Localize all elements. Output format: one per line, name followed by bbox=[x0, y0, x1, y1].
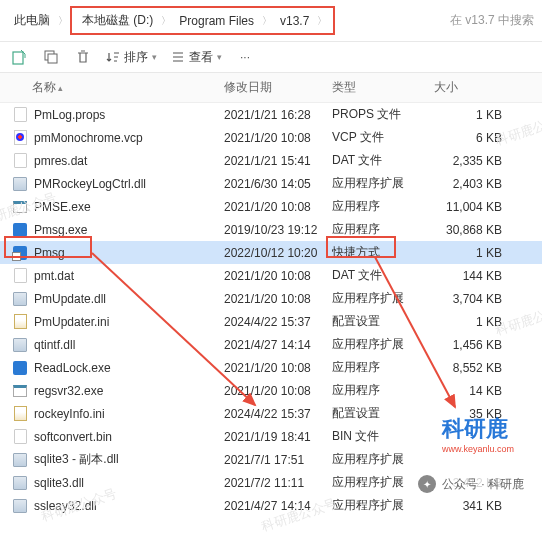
file-type: PROPS 文件 bbox=[332, 106, 434, 123]
file-name: PmUpdater.ini bbox=[34, 315, 109, 329]
file-row[interactable]: PmUpdater.ini2024/4/22 15:37配置设置1 KB bbox=[0, 310, 542, 333]
file-icon bbox=[12, 176, 28, 192]
file-size: 144 KB bbox=[434, 269, 520, 283]
file-size: 6 KB bbox=[434, 131, 520, 145]
column-type[interactable]: 类型 bbox=[332, 79, 434, 96]
file-row[interactable]: PMSE.exe2021/1/20 10:08应用程序11,004 KB bbox=[0, 195, 542, 218]
file-date: 2021/1/20 10:08 bbox=[224, 269, 332, 283]
file-date: 2024/4/22 15:37 bbox=[224, 407, 332, 421]
file-name: pmt.dat bbox=[34, 269, 74, 283]
file-date: 2021/1/20 10:08 bbox=[224, 361, 332, 375]
file-row[interactable]: ssleay32.dll2021/4/27 14:14应用程序扩展341 KB bbox=[0, 494, 542, 517]
file-row[interactable]: PMRockeyLogCtrl.dll2021/6/30 14:05应用程序扩展… bbox=[0, 172, 542, 195]
file-icon bbox=[12, 406, 28, 422]
file-icon bbox=[12, 383, 28, 399]
file-row[interactable]: PmUpdate.dll2021/1/20 10:08应用程序扩展3,704 K… bbox=[0, 287, 542, 310]
column-date[interactable]: 修改日期 bbox=[224, 79, 332, 96]
sort-button[interactable]: 排序 ▾ bbox=[106, 49, 157, 66]
toolbar: 排序 ▾ 查看 ▾ ··· bbox=[0, 42, 542, 73]
file-size: 11,004 KB bbox=[434, 200, 520, 214]
file-type: 应用程序 bbox=[332, 359, 434, 376]
file-icon bbox=[12, 429, 28, 445]
sort-asc-icon: ▴ bbox=[58, 83, 63, 93]
file-icon bbox=[12, 268, 28, 284]
breadcrumb-item[interactable]: 本地磁盘 (D:) bbox=[76, 10, 159, 31]
file-name: sqlite3.dll bbox=[34, 476, 84, 490]
file-row[interactable]: pmMonochrome.vcp2021/1/20 10:08VCP 文件6 K… bbox=[0, 126, 542, 149]
file-type: 配置设置 bbox=[332, 313, 434, 330]
file-name: ssleay32.dll bbox=[34, 499, 97, 513]
delete-icon[interactable] bbox=[74, 48, 92, 66]
file-size: 1 KB bbox=[434, 315, 520, 329]
file-icon bbox=[12, 498, 28, 514]
file-row[interactable]: rockeyInfo.ini2024/4/22 15:37配置设置35 KB bbox=[0, 402, 542, 425]
file-icon bbox=[12, 337, 28, 353]
breadcrumb-highlight: 本地磁盘 (D:) 〉 Program Files 〉 v13.7 〉 bbox=[70, 6, 335, 35]
file-name: PMSE.exe bbox=[34, 200, 91, 214]
column-name[interactable]: 名称▴ bbox=[0, 79, 224, 96]
svg-rect-0 bbox=[13, 52, 23, 64]
breadcrumb-item[interactable]: Program Files bbox=[173, 12, 260, 30]
file-name: Pmsg.exe bbox=[34, 223, 87, 237]
file-name: PmUpdate.dll bbox=[34, 292, 106, 306]
file-size: 35 KB bbox=[434, 407, 520, 421]
breadcrumb-item[interactable]: v13.7 bbox=[274, 12, 315, 30]
copy-icon[interactable] bbox=[42, 48, 60, 66]
file-date: 2021/1/20 10:08 bbox=[224, 292, 332, 306]
file-type: 应用程序扩展 bbox=[332, 175, 434, 192]
file-list[interactable]: PmLog.props2021/1/21 16:28PROPS 文件1 KBpm… bbox=[0, 103, 542, 534]
file-size: 341 KB bbox=[434, 499, 520, 513]
file-row[interactable]: sqlite3 - 副本.dll2021/7/1 17:51应用程序扩展 bbox=[0, 448, 542, 471]
file-row[interactable]: qtintf.dll2021/4/27 14:14应用程序扩展1,456 KB bbox=[0, 333, 542, 356]
sort-icon bbox=[106, 50, 120, 64]
file-size: 2,403 KB bbox=[434, 177, 520, 191]
file-date: 2021/1/20 10:08 bbox=[224, 384, 332, 398]
chevron-right-icon: 〉 bbox=[317, 14, 327, 28]
file-size: 8,552 KB bbox=[434, 361, 520, 375]
new-icon[interactable] bbox=[10, 48, 28, 66]
file-row[interactable]: pmt.dat2021/1/20 10:08DAT 文件144 KB bbox=[0, 264, 542, 287]
file-icon bbox=[12, 245, 28, 261]
view-icon bbox=[171, 50, 185, 64]
more-icon[interactable]: ··· bbox=[236, 48, 254, 66]
file-type: 应用程序扩展 bbox=[332, 290, 434, 307]
file-row[interactable]: ReadLock.exe2021/1/20 10:08应用程序8,552 KB bbox=[0, 356, 542, 379]
file-name: sqlite3 - 副本.dll bbox=[34, 451, 119, 468]
file-name: Pmsg bbox=[34, 246, 65, 260]
file-size: 30,868 KB bbox=[434, 223, 520, 237]
column-size[interactable]: 大小 bbox=[434, 79, 520, 96]
file-row[interactable]: pmres.dat2021/1/21 15:41DAT 文件2,335 KB bbox=[0, 149, 542, 172]
file-row[interactable]: softconvert.bin2021/1/19 18:41BIN 文件 bbox=[0, 425, 542, 448]
file-type: BIN 文件 bbox=[332, 428, 434, 445]
search-input[interactable]: 在 v13.7 中搜索 bbox=[450, 12, 534, 29]
file-size: 1 KB bbox=[434, 246, 520, 260]
breadcrumb-root[interactable]: 此电脑 bbox=[8, 10, 56, 31]
file-size: 1,456 KB bbox=[434, 338, 520, 352]
view-button[interactable]: 查看 ▾ bbox=[171, 49, 222, 66]
file-icon bbox=[12, 475, 28, 491]
file-type: 应用程序扩展 bbox=[332, 497, 434, 514]
file-row[interactable]: Pmsg2022/10/12 10:20快捷方式1 KB bbox=[0, 241, 542, 264]
file-icon bbox=[12, 291, 28, 307]
file-date: 2021/4/27 14:14 bbox=[224, 338, 332, 352]
file-type: 应用程序扩展 bbox=[332, 451, 434, 468]
file-type: 应用程序扩展 bbox=[332, 336, 434, 353]
file-date: 2019/10/23 19:12 bbox=[224, 223, 332, 237]
file-row[interactable]: Pmsg.exe2019/10/23 19:12应用程序30,868 KB bbox=[0, 218, 542, 241]
file-date: 2021/7/2 11:11 bbox=[224, 476, 332, 490]
file-row[interactable]: sqlite3.dll2021/7/2 11:11应用程序扩展3,412 KB bbox=[0, 471, 542, 494]
file-type: VCP 文件 bbox=[332, 129, 434, 146]
file-size: 2,335 KB bbox=[434, 154, 520, 168]
file-icon bbox=[12, 130, 28, 146]
file-size: 14 KB bbox=[434, 384, 520, 398]
file-icon bbox=[12, 153, 28, 169]
file-date: 2021/1/21 15:41 bbox=[224, 154, 332, 168]
file-type: 快捷方式 bbox=[332, 244, 434, 261]
file-name: qtintf.dll bbox=[34, 338, 75, 352]
svg-rect-2 bbox=[48, 54, 57, 63]
file-row[interactable]: PmLog.props2021/1/21 16:28PROPS 文件1 KB bbox=[0, 103, 542, 126]
file-row[interactable]: regsvr32.exe2021/1/20 10:08应用程序14 KB bbox=[0, 379, 542, 402]
file-icon bbox=[12, 199, 28, 215]
breadcrumb: 此电脑 〉 本地磁盘 (D:) 〉 Program Files 〉 v13.7 … bbox=[0, 0, 542, 42]
file-date: 2021/1/19 18:41 bbox=[224, 430, 332, 444]
